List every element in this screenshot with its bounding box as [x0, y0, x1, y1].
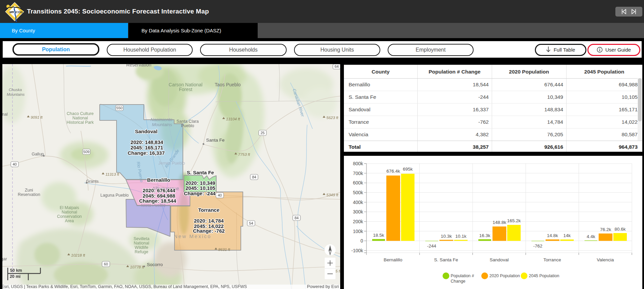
svg-text:Mountains: Mountains [7, 92, 25, 96]
svg-text:-100k: -100k [351, 248, 363, 253]
svg-text:5623 ft: 5623 ft [326, 116, 339, 120]
svg-text:80.6k: 80.6k [614, 227, 625, 232]
svg-text:Bernalillo: Bernalillo [384, 257, 402, 262]
svg-text:50 km: 50 km [10, 268, 22, 273]
svg-text:Mountains: Mountains [152, 122, 172, 127]
svg-text:20 mi: 20 mi [10, 274, 21, 279]
svg-text:40: 40 [218, 193, 222, 197]
svg-text:10778 ft: 10778 ft [130, 265, 144, 269]
svg-text:509: 509 [83, 150, 89, 154]
svg-text:Torrance: Torrance [543, 257, 561, 262]
svg-text:2045 Population: 2045 Population [529, 273, 559, 278]
svg-text:550: 550 [116, 106, 122, 110]
svg-text:Change: 18,544: Change: 18,544 [139, 198, 176, 204]
svg-text:Isleta Pueblo: Isleta Pueblo [141, 203, 165, 208]
svg-text:-244: -244 [427, 243, 437, 249]
svg-text:Historical Park: Historical Park [67, 120, 94, 125]
svg-text:S. Santa Fe: S. Santa Fe [187, 170, 214, 175]
svg-text:10.3k: 10.3k [441, 234, 452, 239]
svg-text:S. Santa Fe: S. Santa Fe [434, 257, 458, 262]
svg-text:76.2k: 76.2k [600, 227, 611, 232]
svg-text:500k: 500k [353, 190, 363, 195]
svg-text:Jemez Pueblo: Jemez Pueblo [158, 161, 185, 166]
svg-text:Laguna Pueblo: Laguna Pueblo [100, 193, 129, 198]
svg-text:Reservation: Reservation [126, 64, 152, 67]
svg-text:Reservation: Reservation [18, 192, 40, 197]
svg-text:25: 25 [260, 131, 264, 135]
svg-text:New Mexico: New Mexico [174, 233, 212, 239]
svg-text:Santa Clara: Santa Clara [176, 119, 199, 124]
svg-text:2020: 14,784: 2020: 14,784 [194, 218, 224, 224]
svg-text:18.5k: 18.5k [373, 233, 384, 238]
svg-text:14k: 14k [564, 233, 571, 238]
svg-text:National: National [72, 116, 88, 120]
svg-text:nal: nal [2, 112, 8, 117]
svg-text:Torrance: Torrance [198, 207, 219, 213]
svg-text:2020: 148,834: 2020: 148,834 [131, 139, 163, 145]
svg-text:5349 ft: 5349 ft [326, 193, 339, 197]
svg-text:Change: Change [451, 279, 465, 284]
svg-text:Valencia: Valencia [597, 257, 614, 262]
svg-text:2020 Population: 2020 Population [489, 273, 520, 278]
svg-text:40: 40 [12, 162, 17, 166]
svg-text:8631 ft: 8631 ft [218, 248, 230, 252]
svg-text:Area: Area [65, 219, 74, 223]
svg-text:Bernalillo: Bernalillo [147, 177, 170, 183]
svg-text:-762: -762 [533, 243, 542, 249]
svg-text:5 ft: 5 ft [335, 269, 340, 273]
svg-text:100k: 100k [353, 229, 363, 234]
svg-text:Conservation: Conservation [57, 214, 82, 219]
svg-text:2020: 676,444: 2020: 676,444 [143, 187, 175, 193]
svg-text:Change: 16,337: Change: 16,337 [128, 150, 165, 156]
svg-text:0: 0 [360, 238, 363, 243]
svg-text:Change: -762: Change: -762 [193, 228, 225, 234]
svg-text:Population #: Population # [451, 273, 474, 278]
svg-text:600k: 600k [353, 180, 363, 185]
svg-text:60: 60 [104, 262, 108, 266]
svg-text:Powered by Esri: Powered by Esri [307, 284, 339, 289]
svg-text:148.8k: 148.8k [492, 220, 506, 225]
svg-text:National: National [62, 210, 77, 214]
svg-text:Refuge: Refuge [135, 250, 148, 254]
svg-text:Forest: Forest [179, 87, 192, 92]
svg-text:Zuni: Zuni [25, 188, 33, 193]
svg-text:Chuska: Chuska [9, 88, 22, 92]
svg-text:300k: 300k [353, 209, 363, 214]
svg-text:9091 ft: 9091 ft [31, 115, 43, 119]
svg-text:700k: 700k [353, 171, 363, 176]
svg-text:Nacimiento: Nacimiento [151, 117, 172, 122]
svg-text:13104 ft: 13104 ft [226, 117, 240, 121]
svg-text:2045: 165,171: 2045: 165,171 [131, 145, 163, 150]
svg-text:84: 84 [294, 216, 298, 220]
svg-text:Wildlife: Wildlife [135, 245, 148, 250]
svg-text:El Malpais: El Malpais [60, 205, 79, 210]
svg-text:10218 ft: 10218 ft [71, 253, 85, 257]
svg-text:165.2k: 165.2k [507, 218, 521, 223]
svg-text:2045: 10,105: 2045: 10,105 [186, 185, 215, 191]
svg-text:National: National [134, 241, 149, 245]
svg-text:54: 54 [249, 221, 253, 225]
svg-text:14.8k: 14.8k [547, 233, 558, 238]
svg-text:Taos Pueblo: Taos Pueblo [215, 82, 240, 87]
svg-text:695k: 695k [403, 167, 413, 172]
svg-text:Sandoval: Sandoval [135, 128, 158, 134]
svg-text:7753 ft: 7753 ft [238, 152, 250, 156]
svg-text:200k: 200k [353, 219, 363, 224]
svg-text:Sandoval: Sandoval [490, 257, 509, 262]
svg-text:Grants: Grants [86, 179, 99, 184]
svg-text:676.4k: 676.4k [386, 169, 400, 174]
svg-text:Socorro: Socorro [147, 262, 163, 267]
svg-text:Change: -244: Change: -244 [184, 191, 216, 196]
svg-text:Chaco Culture: Chaco Culture [67, 111, 94, 116]
svg-text:400k: 400k [353, 200, 363, 205]
svg-text:Santa Fe: Santa Fe [206, 138, 225, 143]
svg-text:64: 64 [334, 64, 339, 68]
svg-text:4.4k: 4.4k [587, 234, 595, 239]
svg-text:Gallup: Gallup [32, 152, 44, 156]
svg-text:10.1k: 10.1k [455, 234, 466, 239]
svg-text:16.3k: 16.3k [479, 233, 490, 238]
svg-text:Esri, USGS | Texas Parks & Wil: Esri, USGS | Texas Parks & Wildlife, Esr… [1, 284, 247, 289]
svg-text:Sevilleta: Sevilleta [133, 236, 149, 241]
svg-text:MR: MR [9, 10, 14, 14]
svg-text:800k: 800k [353, 161, 363, 166]
